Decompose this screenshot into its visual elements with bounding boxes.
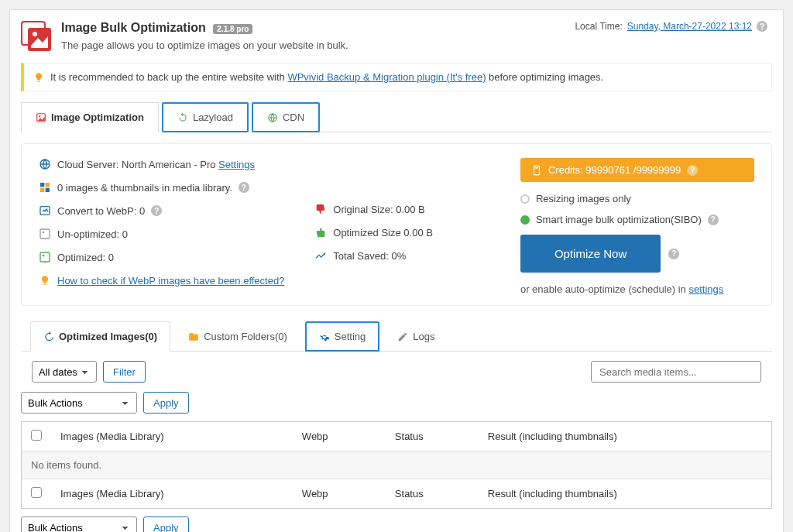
media-table: Images (Media Library) Webp Status Resul… [21,421,772,509]
apply-button-top[interactable]: Apply [143,392,189,414]
thumb-up-icon [314,226,327,239]
optimize-now-button[interactable]: Optimize Now [520,235,661,273]
chart-icon [314,249,327,262]
credits-bar: Credits: 99990761 /99999999 ? [520,158,754,182]
search-input[interactable] [591,361,761,383]
radio-unchecked-icon [520,194,530,204]
svg-point-4 [39,115,40,117]
image-icon [36,112,46,123]
notice-text-post: before optimizing images. [486,71,603,83]
help-icon[interactable]: ? [239,182,249,193]
select-all-checkbox-top[interactable] [31,430,42,441]
auto-text-pre: or enable auto-optimize (schedule) in [520,283,689,295]
svg-rect-10 [46,188,50,192]
bulb-icon [33,72,44,83]
col-images[interactable]: Images (Media Library) [51,422,293,451]
svg-rect-12 [40,229,50,239]
sub-tab-setting[interactable]: Setting [305,321,379,352]
optimized-icon [39,251,51,263]
local-time-link[interactable]: Sunday, March-27-2022 13:12 [627,21,752,32]
apply-button-bottom[interactable]: Apply [143,517,189,532]
help-icon[interactable]: ? [708,215,719,225]
sub-tab-logs[interactable]: Logs [384,321,448,352]
sub-tab-optimized-images[interactable]: Optimized Images(0) [30,321,170,352]
svg-rect-9 [40,188,44,192]
backup-notice: It is recommended to back up the entire … [21,63,772,91]
tab-cdn[interactable]: CDN [252,102,320,132]
original-size-stat: Original Size: 0.00 B [333,204,425,215]
credits-icon [531,165,542,176]
media-library-stat: 0 images & thumbnails in media library. [57,182,232,194]
svg-rect-17 [535,166,538,168]
col-result-footer: Result (including thumbnails) [479,479,772,509]
help-icon[interactable]: ? [668,249,679,259]
webp-icon [39,204,51,217]
local-time-label: Local Time: [575,21,622,32]
thumb-down-icon [314,203,327,215]
unoptimized-icon [39,228,51,240]
optimized-size-stat: Optimized Size 0.00 B [333,227,433,239]
backup-plugin-link[interactable]: WPvivid Backup & Migration plugin (It's … [287,71,486,83]
refresh-icon [177,112,188,123]
filter-button[interactable]: Filter [103,361,146,383]
folder-icon [188,331,199,342]
version-badge: 2.1.8 pro [213,24,252,34]
library-icon [39,181,51,194]
globe-icon [267,112,278,123]
col-webp[interactable]: Webp [293,422,386,451]
bulk-actions-select-top[interactable]: Bulk Actions [21,392,137,414]
app-logo-icon [21,21,52,52]
bulk-actions-select-bottom[interactable]: Bulk Actions [21,517,137,532]
col-result[interactable]: Result (including thumbnails) [479,422,772,451]
svg-rect-8 [46,183,50,187]
radio-checked-icon [520,215,530,225]
credits-text: Credits: 99990761 /99999999 [548,164,681,176]
svg-rect-14 [40,252,50,262]
col-images-footer: Images (Media Library) [51,479,293,509]
optimized-stat: Optimized: 0 [57,252,114,263]
svg-point-15 [43,255,45,257]
history-icon [43,331,54,342]
unoptimized-stat: Un-optimized: 0 [57,228,128,240]
svg-point-13 [43,232,45,234]
auto-settings-link[interactable]: settings [688,283,723,295]
table-row-empty: No items found. [22,451,772,479]
webp-stat: Convert to WebP: 0 [57,205,145,217]
col-webp-footer: Webp [293,479,386,509]
svg-rect-7 [40,183,44,187]
date-filter-select[interactable]: All dates [32,361,97,383]
page-title: Image Bulk Optimization [61,21,206,35]
mode-resize-row[interactable]: Resizing images only [520,193,754,204]
webp-help-link[interactable]: How to check if WebP images have been ef… [57,275,284,287]
col-status-footer: Status [386,479,479,509]
svg-point-2 [33,32,37,36]
cloud-server-text: Cloud Server: North American - Pro [57,159,218,170]
notice-text-pre: It is recommended to back up the entire … [50,71,287,83]
no-items-text: No items found. [22,451,772,479]
cloud-icon [39,158,51,170]
pencil-icon [397,331,408,342]
total-saved-stat: Total Saved: 0% [333,250,406,262]
bulb-icon [39,274,51,287]
page-subtitle: The page allows you to optimize images o… [61,39,348,51]
help-icon[interactable]: ? [687,165,698,176]
mode-sibo-row[interactable]: Smart image bulk optimization(SIBO) ? [520,214,754,225]
help-icon[interactable]: ? [757,21,767,32]
tab-lazyload[interactable]: Lazyload [162,102,249,132]
cloud-settings-link[interactable]: Settings [218,159,255,170]
gear-icon [319,331,330,342]
help-icon[interactable]: ? [151,205,162,216]
tab-image-optimization[interactable]: Image Optimization [21,102,159,132]
select-all-checkbox-bottom[interactable] [31,487,42,498]
col-status[interactable]: Status [386,422,479,451]
sub-tab-custom-folders[interactable]: Custom Folders(0) [175,321,300,352]
